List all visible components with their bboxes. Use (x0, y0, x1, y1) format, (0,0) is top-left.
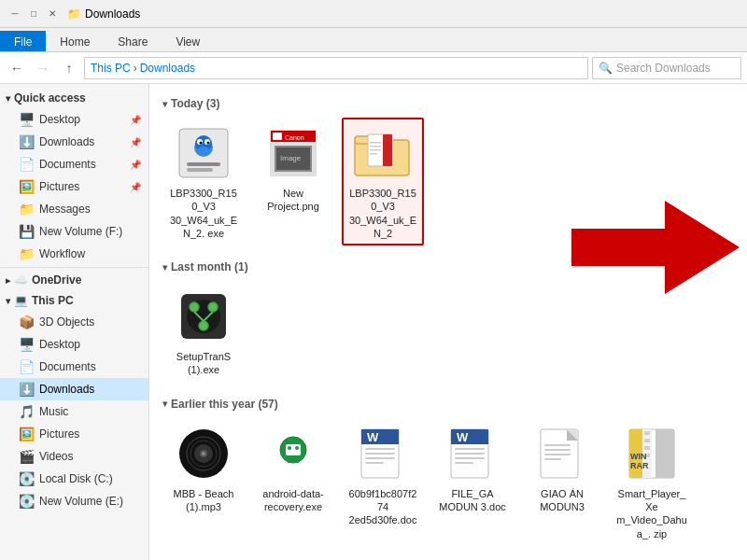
tab-file[interactable]: File (0, 31, 46, 51)
sidebar-item-downloads[interactable]: ⬇️ Downloads 📌 (0, 131, 148, 153)
onedrive-icon: ☁️ (14, 273, 28, 287)
svg-rect-24 (370, 142, 381, 144)
svg-rect-66 (544, 449, 571, 451)
file-smart-player[interactable]: WIN RAR Smart_Player_Xe m_Video_Dahua_. … (611, 418, 693, 546)
address-path[interactable]: This PC › Downloads (84, 57, 588, 79)
file-giao-an[interactable]: GIAO ÁN MODUN3 (521, 418, 603, 546)
new-volume-icon: 💾 (19, 224, 35, 239)
svg-rect-73 (644, 446, 650, 450)
new-volume-e-icon: 💽 (19, 494, 35, 509)
messages-icon: 📁 (19, 202, 35, 217)
tab-share[interactable]: Share (104, 31, 162, 51)
file-file-ga[interactable]: W FILE_GA MODUN 3.doc (431, 418, 514, 546)
txt-icon (539, 427, 585, 480)
sidebar-item-new-volume[interactable]: 💾 New Volume (F:) (0, 220, 148, 243)
3dobjects-icon: 📦 (19, 315, 35, 329)
search-box[interactable]: 🔍 Search Downloads (592, 57, 741, 79)
pictures-icon: 🖼️ (19, 179, 35, 194)
file-android-data[interactable]: android-data-recovery.exe (252, 418, 334, 546)
file-setuptrans[interactable]: SetupTranS (1).exe (162, 281, 245, 383)
quick-access-label: Quick access (14, 91, 86, 105)
chevron-right-icon: ▸ (6, 275, 10, 286)
sidebar-item-desktop[interactable]: 🖥️ Desktop 📌 (0, 108, 148, 131)
file-icon-wrap-android (263, 424, 323, 483)
sidebar-item-downloads2[interactable]: ⬇️ Downloads (0, 378, 148, 400)
sidebar-item-new-volume-label: New Volume (F:) (39, 225, 122, 238)
sidebar-item-new-volume-e[interactable]: 💽 New Volume (E:) (0, 490, 148, 512)
sidebar-local-disk-c-label: Local Disk (C:) (39, 472, 113, 485)
close-icon[interactable]: ✕ (45, 7, 60, 21)
sidebar-item-local-disk-c[interactable]: 💽 Local Disk (C:) (0, 468, 148, 490)
sidebar-videos-label: Videos (39, 450, 73, 463)
svg-rect-59 (455, 453, 485, 455)
file-icon-wrap-zip: WIN RAR (622, 424, 682, 483)
sidebar-item-3dobjects[interactable]: 📦 3D Objects (0, 311, 148, 333)
sidebar-item-pictures-label: Pictures (39, 180, 79, 193)
file-lbp3300-exe-label: LBP3300_R150_V3 30_W64_uk_EN_2. exe (168, 187, 239, 240)
sidebar-item-documents[interactable]: 📄 Documents 📌 (0, 153, 148, 175)
downloads-icon: ⬇️ (19, 134, 35, 149)
music-icon: 🎵 (19, 404, 35, 419)
documents-icon: 📄 (19, 157, 35, 172)
chevron-down-icon: ▾ (6, 296, 10, 306)
file-new-project-label: New Project.png (258, 187, 329, 214)
sidebar-quick-access-header[interactable]: ▾ Quick access (0, 88, 148, 108)
svg-rect-51 (365, 448, 395, 450)
forward-button[interactable]: → (32, 57, 54, 79)
svg-rect-53 (365, 457, 395, 459)
sidebar-desktop2-label: Desktop (39, 338, 80, 351)
today-files-grid: LBP3300_R150_V3 30_W64_uk_EN_2. exe Cano… (162, 118, 734, 245)
chevron-down-icon: ▾ (162, 262, 167, 273)
svg-rect-61 (455, 462, 473, 464)
sidebar-item-downloads-label: Downloads (39, 135, 94, 148)
minimize-icon[interactable]: ─ (7, 7, 22, 21)
svg-rect-72 (644, 439, 650, 442)
word-icon-1: W (359, 427, 406, 480)
file-60b9f1[interactable]: W 60b9f1bc807f274 2ed5d30fe.doc (342, 418, 424, 546)
svg-rect-27 (370, 153, 377, 155)
sidebar-item-music[interactable]: 🎵 Music (0, 400, 148, 423)
path-downloads[interactable]: Downloads (140, 62, 195, 75)
downloads2-icon: ⬇️ (19, 382, 35, 397)
tab-view[interactable]: View (162, 31, 214, 51)
thispc-label: This PC (32, 294, 74, 307)
sidebar-item-pictures[interactable]: 🖼️ Pictures 📌 (0, 175, 148, 198)
sidebar-item-pictures2[interactable]: 🖼️ Pictures (0, 423, 148, 445)
pin-icon: 📌 (130, 137, 141, 147)
svg-rect-67 (544, 454, 571, 455)
tab-home[interactable]: Home (46, 31, 104, 51)
sidebar-new-volume-e-label: New Volume (E:) (39, 495, 123, 508)
file-icon-wrap-word2: W (443, 424, 502, 483)
onedrive-label: OneDrive (32, 273, 81, 287)
path-thispc[interactable]: This PC (91, 62, 131, 75)
up-button[interactable]: ↑ (58, 57, 80, 79)
file-lbp3300-exe[interactable]: LBP3300_R150_V3 30_W64_uk_EN_2. exe (162, 118, 245, 245)
svg-point-46 (295, 446, 299, 450)
section-earlier-label: Earlier this year (57) (171, 398, 278, 411)
file-mbb-beach[interactable]: MBB - Beach (1).mp3 (162, 418, 245, 546)
sidebar-thispc-header[interactable]: ▾ 💻 This PC (0, 290, 148, 311)
svg-point-11 (207, 142, 210, 145)
content-area: ▾ Today (3) (149, 84, 747, 560)
back-button[interactable]: ← (6, 57, 28, 79)
sidebar-onedrive-header[interactable]: ▸ ☁️ OneDrive (0, 270, 148, 290)
sidebar-item-documents2[interactable]: 📄 Documents (0, 356, 148, 378)
sidebar-item-documents-label: Documents (39, 158, 96, 171)
pin-icon: 📌 (130, 160, 141, 170)
sidebar-item-messages[interactable]: 📁 Messages (0, 198, 148, 220)
sidebar-item-videos[interactable]: 🎬 Videos (0, 445, 148, 468)
sidebar-item-desktop2[interactable]: 🖥️ Desktop (0, 333, 148, 356)
sidebar-item-workflow[interactable]: 📁 Workflow (0, 243, 148, 265)
restore-icon[interactable]: □ (26, 7, 41, 21)
png-icon: Canon Image (267, 127, 319, 179)
svg-text:RAR: RAR (630, 461, 649, 470)
svg-rect-14 (273, 133, 282, 140)
file-lbp3300-folder[interactable]: LBP3300_R150_V3 30_W64_uk_EN_2 (342, 118, 424, 245)
file-new-project-png[interactable]: Canon Image New Project.png (252, 118, 334, 245)
file-mbb-beach-label: MBB - Beach (1).mp3 (168, 487, 239, 514)
svg-text:Canon: Canon (285, 134, 304, 141)
desktop-icon: 🖥️ (19, 112, 35, 127)
section-earlier-header: ▾ Earlier this year (57) (162, 398, 734, 411)
sidebar-documents2-label: Documents (39, 360, 96, 373)
svg-text:Image: Image (280, 154, 302, 162)
